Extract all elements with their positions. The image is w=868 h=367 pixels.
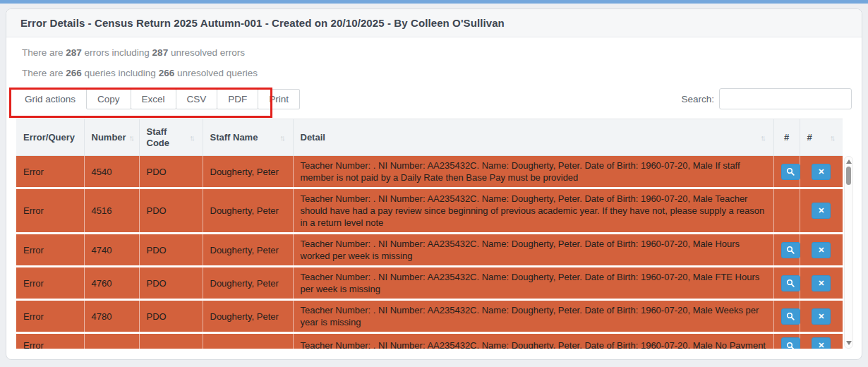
view-error-button[interactable] <box>781 308 800 325</box>
staff-code-cell <box>139 333 203 349</box>
error-type-cell: Error <box>16 267 84 300</box>
detail-cell: Teacher Number: . NI Number: AA235432C. … <box>293 267 773 300</box>
col-label: Staff Code <box>147 126 176 149</box>
view-error-button[interactable] <box>781 242 800 258</box>
col-header-staff-name[interactable]: Staff Name ↑↓ <box>203 119 293 156</box>
sort-both-icon: ↑↓ <box>830 133 836 142</box>
x-icon: ✕ <box>818 342 824 349</box>
scroll-down-arrow-icon[interactable] <box>846 341 852 345</box>
toolbar-row: Grid actions Copy Excel CSV PDF Print Se… <box>16 88 852 110</box>
page-title: Error Details - Census Return 2025 Autum… <box>20 17 505 29</box>
view-error-button[interactable] <box>781 275 800 291</box>
col-header-number[interactable]: Number ↑↓ <box>84 119 139 156</box>
col-label: # <box>807 132 812 143</box>
table-row: Error 4540 PDO Dougherty, Peter Teacher … <box>16 156 843 188</box>
dismiss-error-button[interactable]: ✕ <box>812 242 831 258</box>
staff-name-cell: Dougherty, Peter <box>203 156 293 188</box>
dismiss-error-button[interactable]: ✕ <box>812 203 831 219</box>
view-error-button[interactable] <box>781 164 800 180</box>
x-icon: ✕ <box>818 168 824 176</box>
staff-code-cell: PDO <box>139 234 203 267</box>
detail-cell: Teacher Number: . NI Number: AA235432C. … <box>293 333 773 349</box>
sort-both-icon: ↑↓ <box>280 133 286 142</box>
staff-name-cell: Dougherty, Peter <box>203 267 293 300</box>
queries-count: 266 <box>66 68 82 78</box>
view-error-button[interactable] <box>781 337 800 349</box>
queries-summary-text: queries including <box>82 68 159 78</box>
sort-both-icon: ↑↓ <box>129 133 135 142</box>
col-header-dismiss[interactable]: # ↑↓ <box>800 119 843 156</box>
error-type-cell: Error <box>16 333 84 349</box>
col-header-staff-code[interactable]: Staff Code ↑↓ <box>139 119 203 156</box>
magnifier-icon <box>786 342 795 349</box>
error-type-cell: Error <box>16 300 84 333</box>
staff-name-cell: Dougherty, Peter <box>203 188 293 234</box>
staff-code-cell: PDO <box>139 156 203 188</box>
error-number-cell: 4760 <box>84 267 139 300</box>
table-row: Error 4740 PDO Dougherty, Peter Teacher … <box>16 234 843 267</box>
unresolved-queries-count: 266 <box>159 68 175 78</box>
error-number-cell <box>84 333 139 349</box>
staff-code-cell: PDO <box>139 188 203 234</box>
dismiss-error-button[interactable]: ✕ <box>812 308 831 325</box>
error-details-panel: Error Details - Census Return 2025 Autum… <box>6 8 862 360</box>
magnifier-icon <box>786 246 795 254</box>
scrollbar-thumb[interactable] <box>846 167 851 185</box>
magnifier-icon <box>786 279 795 287</box>
x-icon: ✕ <box>818 246 824 254</box>
dismiss-error-button[interactable]: ✕ <box>812 164 831 180</box>
col-label: Error/Query <box>23 132 75 143</box>
excel-button[interactable]: Excel <box>131 89 176 109</box>
search-box: Search: <box>681 88 852 109</box>
col-label: Detail <box>301 132 325 143</box>
x-icon: ✕ <box>818 207 824 215</box>
x-icon: ✕ <box>818 313 824 320</box>
print-button[interactable]: Print <box>258 89 300 109</box>
dismiss-error-button[interactable]: ✕ <box>812 337 831 349</box>
x-icon: ✕ <box>818 279 824 287</box>
error-number-cell: 4516 <box>84 188 139 234</box>
queries-summary-text: There are <box>22 68 66 78</box>
col-header-detail[interactable]: Detail ↑↓ <box>293 119 773 156</box>
table-row: Error 4780 PDO Dougherty, Peter Teacher … <box>16 300 843 333</box>
search-label: Search: <box>681 94 714 104</box>
detail-cell: Teacher Number: . NI Number: AA235432C. … <box>293 156 773 188</box>
queries-summary-text: unresolved queries <box>174 68 258 78</box>
errors-summary-text: unresolved errors <box>168 47 245 58</box>
grid-scroll-area: Error 4540 PDO Dougherty, Peter Teacher … <box>16 156 843 349</box>
col-header-view[interactable]: # <box>773 119 800 156</box>
pdf-button[interactable]: PDF <box>217 89 258 109</box>
grid-header: Error/Query Number ↑↓ S <box>16 119 843 156</box>
staff-name-cell: Dougherty, Peter <box>203 300 293 333</box>
staff-code-cell: PDO <box>139 267 203 300</box>
vertical-scrollbar[interactable] <box>844 156 853 349</box>
detail-cell: Teacher Number: . NI Number: AA235432C. … <box>293 300 773 333</box>
error-number-cell: 4540 <box>84 156 139 188</box>
search-input[interactable] <box>719 88 852 109</box>
table-row: Error 4516 PDO Dougherty, Peter Teacher … <box>16 188 843 234</box>
table-row: Error Teacher Number: . NI Number: AA235… <box>16 333 843 349</box>
error-type-cell: Error <box>16 234 84 267</box>
header-row: Error/Query Number ↑↓ S <box>16 119 843 156</box>
dismiss-error-button[interactable]: ✕ <box>812 275 831 291</box>
staff-code-cell: PDO <box>139 300 203 333</box>
scroll-up-arrow-icon[interactable] <box>846 160 852 164</box>
panel-body: There are 287 errors including 287 unres… <box>6 47 862 349</box>
csv-button[interactable]: CSV <box>176 89 218 109</box>
top-accent-bar <box>0 0 868 4</box>
errors-count: 287 <box>66 47 82 58</box>
errors-grid: Error/Query Number ↑↓ S <box>16 119 852 349</box>
col-label: Staff Name <box>210 132 258 143</box>
grid-actions-button[interactable]: Grid actions <box>20 89 87 109</box>
magnifier-icon <box>786 167 795 176</box>
col-header-error-query[interactable]: Error/Query <box>16 119 84 156</box>
error-type-cell: Error <box>16 188 84 234</box>
errors-summary-text: There are <box>22 47 66 58</box>
grid-toolbar: Grid actions Copy Excel CSV PDF Print <box>16 89 300 109</box>
queries-summary: There are 266 queries including 266 unre… <box>22 68 852 78</box>
copy-button[interactable]: Copy <box>86 89 131 109</box>
magnifier-icon <box>786 312 795 320</box>
col-label: # <box>784 132 789 143</box>
table-row: Error 4760 PDO Dougherty, Peter Teacher … <box>16 267 843 300</box>
error-type-cell: Error <box>16 156 84 188</box>
